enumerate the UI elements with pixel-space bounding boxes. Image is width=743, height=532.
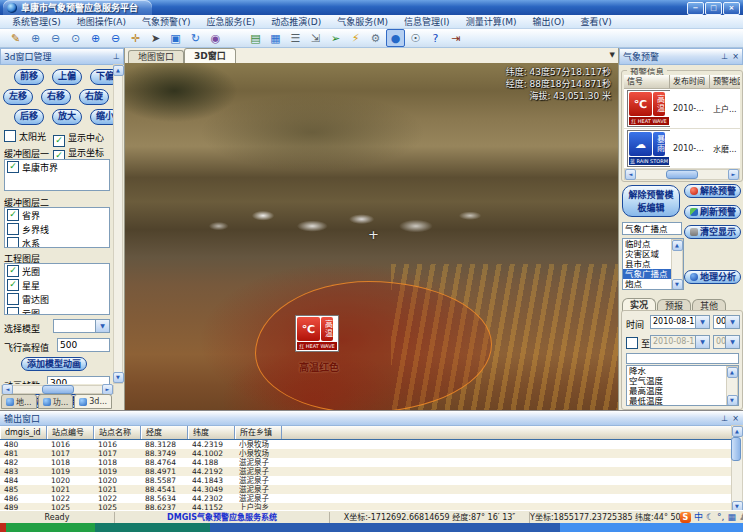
zoom-out-icon[interactable]: ⊖ [106,29,125,47]
table-row[interactable]: 48610221022 88.563444.2302滋泥泉子 [0,494,743,503]
table-row[interactable]: 48010161016 88.312844.2319小泉牧场 [0,440,743,449]
clear-display-button[interactable]: 清空显示 [684,225,741,239]
identify-icon[interactable]: ◉ [206,29,225,47]
scroll-left-icon[interactable]: ◄ [625,169,636,180]
select-arrow-icon[interactable]: ➤ [146,29,165,47]
eye-icon[interactable]: ☉ [406,29,425,47]
checkbox[interactable] [7,161,19,173]
pan-hand-icon[interactable]: ✛ [126,29,145,47]
zoom-window-icon[interactable]: ⊕ [26,29,45,47]
print-icon[interactable]: ☰ [286,29,305,47]
rotate-right-button[interactable]: 右旋 [79,89,109,105]
list-item[interactable]: 炮点 [623,279,671,289]
menu-item[interactable]: 信息管理(I) [396,15,458,28]
release-warning-button[interactable]: 解除预警 [684,184,741,198]
column-header[interactable]: 所在乡镇 [235,426,282,439]
menu-item[interactable]: 动态推演(D) [263,15,329,28]
list-item[interactable]: 灾害区域 [623,249,671,259]
warning-row[interactable]: ☁ 暴雨 蓝 RAIN STORM 2010-... 水磨... [624,129,740,169]
element-list[interactable]: 降水空气温度最高温度最低温度地面温度 ▲ ▼ [626,365,739,406]
list-item[interactable]: 降水 [627,366,726,376]
heat-wave-warning-icon[interactable]: ℃ 高温 红 HEAT WAVE [295,315,339,352]
scroll-up-icon[interactable]: ▲ [727,367,738,378]
pin-icon[interactable]: ⊥ [113,52,120,61]
menu-item[interactable]: 地图操作(A) [69,15,134,28]
element-filter-input[interactable] [626,353,739,364]
fly-path-icon[interactable]: ➢ [326,29,345,47]
minimize-button[interactable]: − [687,2,704,15]
scrollbar-thumb[interactable] [42,385,74,394]
zoom-out-3d-button[interactable]: 缩小 [90,109,113,125]
tab-3d-window[interactable]: 3D窗口 [184,48,236,63]
to-hour-combo[interactable]: 00▼ [713,335,740,349]
project-layer-list[interactable]: 光圈星星雷达图云图 [4,263,110,315]
scroll-down-icon[interactable]: ▼ [727,395,738,406]
chevron-down-icon[interactable]: ▼ [725,336,739,348]
scroll-up-icon[interactable]: ▲ [732,426,743,437]
restore-button[interactable]: □ [705,2,722,15]
layer-item[interactable]: 云图 [5,306,109,315]
zoom-in-3d-button[interactable]: 放大 [52,109,82,125]
ime-punct-icon[interactable]: °, [717,512,724,523]
list-item[interactable]: 空气温度 [627,376,726,386]
checkbox[interactable] [7,279,19,291]
help-icon[interactable]: ? [426,29,445,47]
checkbox[interactable] [7,307,19,315]
zoom-previous-icon[interactable]: ⊖ [46,29,65,47]
ime-keyboard-icon[interactable]: ▦ [727,512,736,523]
tab-map-window[interactable]: 地图窗口 [128,50,184,63]
basemap-icon[interactable]: ▤ [246,29,265,47]
refresh-icon[interactable]: ↻ [186,29,205,47]
scroll-right-icon[interactable]: ► [728,169,739,180]
checkbox[interactable] [7,265,19,277]
element-list-scrollbar[interactable]: ▲ ▼ [726,366,738,406]
column-header[interactable]: 纬度 [188,426,235,439]
column-header[interactable]: 站点名称 [94,426,141,439]
export-map-icon[interactable]: ⇲ [306,29,325,47]
output-vertical-scrollbar[interactable]: ▲ ▼ [731,425,743,513]
close-icon[interactable]: × [732,414,739,423]
light-icon[interactable]: ⚡ [346,29,365,47]
checkbox[interactable] [7,293,19,305]
full-extent-icon[interactable]: ▣ [166,29,185,47]
menu-item[interactable]: 应急服务(E) [198,15,263,28]
chevron-down-icon[interactable]: ▼ [695,316,709,328]
snapshot-icon[interactable]: ▦ [266,29,285,47]
sunlight-checkbox[interactable]: 太阳光 [4,130,46,143]
table-row[interactable]: 48110171017 88.374944.1002小泉牧场 [0,449,743,458]
tilt-up-button[interactable]: 上偏 [52,69,82,85]
list-item[interactable]: 气象广播点 [623,269,671,279]
layer-item[interactable]: 星星 [5,278,109,292]
terrain-3d-view[interactable]: 纬度: 43度57分18.117秒 经度: 88度18分14.871秒 海拔: … [125,63,618,410]
pin-icon[interactable]: ⊥ [721,52,728,61]
scroll-up-icon[interactable]: ▲ [113,65,124,76]
sogou-icon[interactable]: S [680,512,691,523]
settings-gear-icon[interactable]: ⚙ [366,29,385,47]
menu-item[interactable]: 气象预警(Y) [134,15,199,28]
lang-zh-icon[interactable]: 中 [694,512,703,523]
to-date-combo[interactable]: 2010-08-13▼ [650,335,710,349]
list-item[interactable]: 最高温度 [627,386,726,396]
layer-item[interactable]: 光圈 [5,264,109,278]
point-list-scrollbar[interactable]: ▲ ▼ [671,239,683,290]
scroll-down-icon[interactable]: ▼ [113,372,124,383]
layer-item[interactable]: 水系 [5,236,109,248]
scrollbar-thumb[interactable] [666,170,698,179]
scroll-down-icon[interactable]: ▼ [672,279,683,290]
point-type-list[interactable]: 临时点灾害区域县市点气象广播点炮点电子显示屏点 ▲ ▼ [622,238,684,290]
list-item[interactable]: 县市点 [623,259,671,269]
warning-row[interactable]: ℃ 高温 红 HEAT WAVE 2010-... 上户... [624,89,740,129]
move-forward-button[interactable]: 前移 [14,69,44,85]
table-row[interactable]: 48410201020 88.558744.1843滋泥泉子 [0,476,743,485]
show-center-checkbox[interactable]: 显示中心 [53,131,104,147]
add-model-animation-button[interactable]: 添加模型动画 [21,357,87,371]
tilt-down-button[interactable]: 下偏 [90,69,113,85]
table-row[interactable]: 48510211021 88.454144.3049滋泥泉子 [0,485,743,494]
layer-item[interactable]: 雷达图 [5,292,109,306]
list-item[interactable]: 最低温度 [627,396,726,405]
menu-item[interactable]: 气象服务(M) [329,15,396,28]
scroll-up-icon[interactable]: ▲ [672,240,683,251]
model-select-combo[interactable]: ▼ [53,319,110,333]
exit-icon[interactable]: ⇥ [446,29,465,47]
geo-analysis-button[interactable]: 地理分析 [684,270,741,284]
